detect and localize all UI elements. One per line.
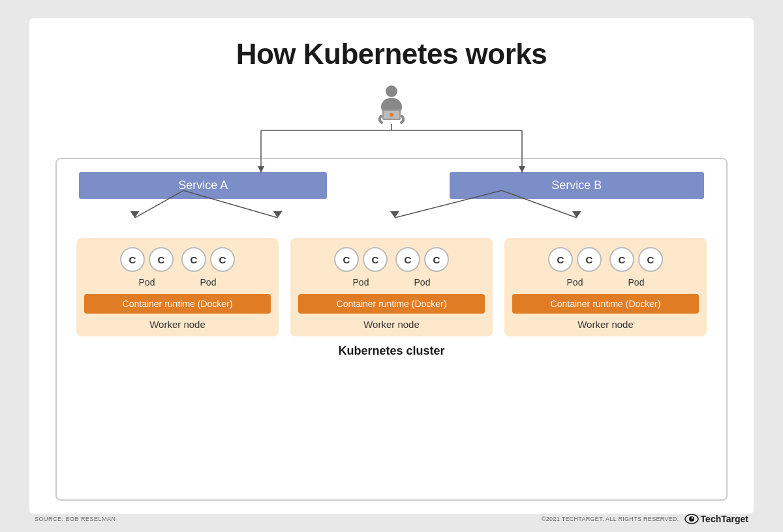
cluster-box: Service A Service B C C Pod: [55, 158, 728, 501]
svg-marker-16: [390, 211, 399, 218]
container-c: C: [577, 247, 602, 272]
worker-node-label-1: Worker node: [149, 319, 206, 330]
pod-label: Pod: [567, 277, 583, 288]
main-card: How Kubernetes works: [29, 18, 754, 514]
techtarget-logo: TechTarget: [684, 514, 748, 524]
runtime-bar-2: Container runtime (Docker): [298, 294, 485, 314]
pods-row-1: C C Pod C C Pod: [120, 247, 235, 288]
runtime-bar-3: Container runtime (Docker): [512, 294, 699, 314]
worker-node-2: C C Pod C C Pod Con: [290, 238, 493, 336]
footer-copyright: ©2021 TechTarget. All rights reserved.: [542, 516, 679, 522]
worker-node-3: C C Pod C C Pod Con: [504, 238, 707, 336]
pod-label: Pod: [200, 277, 217, 288]
pod-3-1: C C Pod: [548, 247, 602, 288]
pod-3-2: C C Pod: [609, 247, 663, 288]
pod-2-1: C C Pod: [334, 247, 388, 288]
cluster-label: Kubernetes cluster: [338, 344, 444, 358]
pod-label: Pod: [353, 277, 369, 288]
pod-1-2: C C Pod: [181, 247, 235, 288]
pods-row-2: C C Pod C C Pod: [334, 247, 449, 288]
service-a-banner: Service A: [79, 172, 327, 199]
runtime-bar-1: Container runtime (Docker): [84, 294, 271, 314]
diagram-section: Service A Service B C C Pod: [55, 83, 728, 501]
pod-1-1: C C Pod: [120, 247, 174, 288]
svg-marker-18: [572, 211, 581, 218]
container-c: C: [638, 247, 663, 272]
brand-name: TechTarget: [701, 514, 748, 524]
worker-node-label-2: Worker node: [363, 319, 420, 330]
svg-point-21: [691, 517, 692, 518]
footer-source: Source: Bob Reselman: [35, 516, 116, 522]
container-c: C: [334, 247, 359, 272]
worker-node-label-3: Worker node: [577, 319, 634, 330]
person-icon: [373, 83, 410, 128]
container-c: C: [363, 247, 388, 272]
container-c: C: [424, 247, 449, 272]
pod-2-2: C C Pod: [395, 247, 449, 288]
footer-right: ©2021 TechTarget. All rights reserved. T…: [542, 514, 748, 524]
svg-marker-14: [273, 211, 283, 218]
page-title: How Kubernetes works: [236, 38, 547, 70]
container-c: C: [210, 247, 235, 272]
services-row: Service A Service B: [70, 172, 713, 199]
pod-label: Pod: [139, 277, 155, 288]
nodes-row: C C Pod C C Pod Con: [70, 238, 713, 336]
container-c: C: [548, 247, 573, 272]
container-c: C: [609, 247, 634, 272]
pod-label: Pod: [414, 277, 431, 288]
container-c: C: [181, 247, 206, 272]
worker-node-1: C C Pod C C Pod Con: [76, 238, 279, 336]
svg-point-0: [386, 85, 397, 97]
service-b-banner: Service B: [450, 172, 704, 199]
svg-point-20: [689, 516, 694, 522]
eye-icon: [684, 514, 699, 524]
container-c: C: [149, 247, 174, 272]
svg-marker-12: [130, 211, 140, 218]
svg-point-4: [390, 113, 393, 117]
container-c: C: [120, 247, 145, 272]
pod-label: Pod: [628, 277, 645, 288]
container-c: C: [395, 247, 420, 272]
pods-row-3: C C Pod C C Pod: [548, 247, 663, 288]
footer: Source: Bob Reselman ©2021 TechTarget. A…: [29, 514, 754, 524]
